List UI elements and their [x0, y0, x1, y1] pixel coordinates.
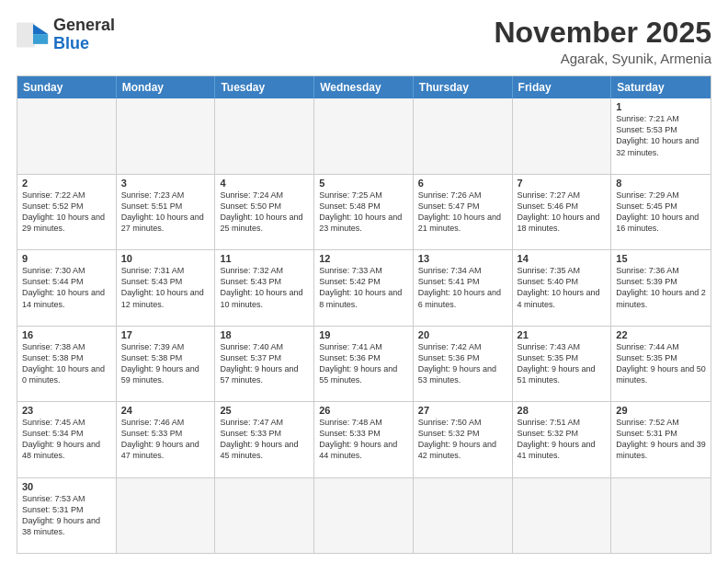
cell-info-14: Sunrise: 7:35 AM Sunset: 5:40 PM Dayligh… [518, 265, 607, 310]
calendar-body: 1Sunrise: 7:21 AM Sunset: 5:53 PM Daylig… [17, 98, 711, 553]
cell-w1-d4: 6Sunrise: 7:26 AM Sunset: 5:47 PM Daylig… [414, 175, 513, 249]
cell-w3-d4: 20Sunrise: 7:42 AM Sunset: 5:36 PM Dayli… [414, 327, 513, 401]
cell-w4-d2: 25Sunrise: 7:47 AM Sunset: 5:33 PM Dayli… [215, 402, 314, 477]
cell-w3-d1: 17Sunrise: 7:39 AM Sunset: 5:38 PM Dayli… [117, 327, 216, 401]
cell-info-27: Sunrise: 7:50 AM Sunset: 5:32 PM Dayligh… [418, 417, 507, 462]
cell-w4-d0: 23Sunrise: 7:45 AM Sunset: 5:34 PM Dayli… [17, 402, 117, 477]
cell-w0-d2 [215, 98, 314, 173]
day-number-4: 4 [220, 178, 309, 189]
cell-w5-d1 [117, 478, 216, 553]
cell-w1-d0: 2Sunrise: 7:22 AM Sunset: 5:52 PM Daylig… [17, 175, 117, 249]
svg-marker-1 [33, 24, 48, 34]
cell-info-10: Sunrise: 7:31 AM Sunset: 5:43 PM Dayligh… [121, 265, 210, 310]
day-number-3: 3 [121, 178, 210, 189]
cell-info-24: Sunrise: 7:46 AM Sunset: 5:33 PM Dayligh… [121, 417, 210, 462]
header-friday: Friday [513, 76, 612, 98]
cell-info-5: Sunrise: 7:25 AM Sunset: 5:48 PM Dayligh… [319, 190, 408, 235]
svg-rect-0 [17, 22, 35, 47]
day-number-13: 13 [418, 253, 507, 264]
cell-info-13: Sunrise: 7:34 AM Sunset: 5:41 PM Dayligh… [418, 265, 507, 310]
day-number-23: 23 [22, 405, 111, 416]
day-number-7: 7 [518, 178, 607, 189]
cell-w0-d6: 1Sunrise: 7:21 AM Sunset: 5:53 PM Daylig… [611, 98, 711, 173]
cell-w3-d0: 16Sunrise: 7:38 AM Sunset: 5:38 PM Dayli… [17, 327, 117, 401]
day-number-28: 28 [518, 405, 607, 416]
day-number-19: 19 [319, 329, 408, 340]
day-number-10: 10 [121, 253, 210, 264]
day-number-16: 16 [22, 329, 111, 340]
day-number-24: 24 [121, 405, 210, 416]
day-number-12: 12 [319, 253, 408, 264]
cell-w4-d4: 27Sunrise: 7:50 AM Sunset: 5:32 PM Dayli… [414, 402, 513, 477]
cell-info-3: Sunrise: 7:23 AM Sunset: 5:51 PM Dayligh… [121, 190, 210, 235]
day-number-17: 17 [121, 329, 210, 340]
header-monday: Monday [117, 76, 216, 98]
day-number-6: 6 [418, 178, 507, 189]
cell-w3-d5: 21Sunrise: 7:43 AM Sunset: 5:35 PM Dayli… [513, 327, 612, 401]
cell-w3-d3: 19Sunrise: 7:41 AM Sunset: 5:36 PM Dayli… [314, 327, 414, 401]
cell-info-18: Sunrise: 7:40 AM Sunset: 5:37 PM Dayligh… [220, 341, 309, 386]
cell-w0-d4 [414, 98, 513, 173]
header: GeneralBlue November 2025 Agarak, Syunik… [17, 17, 711, 66]
cell-w1-d5: 7Sunrise: 7:27 AM Sunset: 5:46 PM Daylig… [513, 175, 612, 249]
cell-w1-d3: 5Sunrise: 7:25 AM Sunset: 5:48 PM Daylig… [314, 175, 414, 249]
cell-info-4: Sunrise: 7:24 AM Sunset: 5:50 PM Dayligh… [220, 190, 309, 235]
day-number-26: 26 [319, 405, 408, 416]
cell-info-17: Sunrise: 7:39 AM Sunset: 5:38 PM Dayligh… [121, 341, 210, 386]
page: GeneralBlue November 2025 Agarak, Syunik… [0, 0, 728, 563]
cell-info-2: Sunrise: 7:22 AM Sunset: 5:52 PM Dayligh… [22, 190, 111, 235]
cell-w2-d5: 14Sunrise: 7:35 AM Sunset: 5:40 PM Dayli… [513, 250, 612, 325]
cell-info-1: Sunrise: 7:21 AM Sunset: 5:53 PM Dayligh… [616, 113, 706, 158]
cell-info-6: Sunrise: 7:26 AM Sunset: 5:47 PM Dayligh… [418, 190, 507, 235]
day-number-11: 11 [220, 253, 309, 264]
logo-text: GeneralBlue [53, 17, 115, 53]
cell-w2-d2: 11Sunrise: 7:32 AM Sunset: 5:43 PM Dayli… [215, 250, 314, 325]
cell-w2-d1: 10Sunrise: 7:31 AM Sunset: 5:43 PM Dayli… [117, 250, 216, 325]
logo: GeneralBlue [17, 17, 115, 53]
cell-info-9: Sunrise: 7:30 AM Sunset: 5:44 PM Dayligh… [22, 265, 111, 310]
month-year: November 2025 [494, 17, 711, 49]
cell-w4-d1: 24Sunrise: 7:46 AM Sunset: 5:33 PM Dayli… [117, 402, 216, 477]
cell-info-11: Sunrise: 7:32 AM Sunset: 5:43 PM Dayligh… [220, 265, 309, 310]
day-number-18: 18 [220, 329, 309, 340]
day-number-14: 14 [518, 253, 607, 264]
day-number-15: 15 [616, 253, 706, 264]
svg-marker-2 [33, 34, 48, 44]
cell-info-15: Sunrise: 7:36 AM Sunset: 5:39 PM Dayligh… [616, 265, 706, 310]
cell-w4-d3: 26Sunrise: 7:48 AM Sunset: 5:33 PM Dayli… [314, 402, 414, 477]
cell-w5-d6 [611, 478, 711, 553]
day-number-20: 20 [418, 329, 507, 340]
cell-info-8: Sunrise: 7:29 AM Sunset: 5:45 PM Dayligh… [616, 190, 706, 235]
cell-w0-d5 [513, 98, 612, 173]
cell-info-22: Sunrise: 7:44 AM Sunset: 5:35 PM Dayligh… [616, 341, 706, 386]
cell-info-16: Sunrise: 7:38 AM Sunset: 5:38 PM Dayligh… [22, 341, 111, 386]
cell-w1-d1: 3Sunrise: 7:23 AM Sunset: 5:51 PM Daylig… [117, 175, 216, 249]
header-thursday: Thursday [414, 76, 513, 98]
week-row-2: 9Sunrise: 7:30 AM Sunset: 5:44 PM Daylig… [17, 249, 711, 325]
cell-info-12: Sunrise: 7:33 AM Sunset: 5:42 PM Dayligh… [319, 265, 408, 310]
day-number-2: 2 [22, 178, 111, 189]
day-number-30: 30 [22, 481, 111, 492]
cell-w3-d6: 22Sunrise: 7:44 AM Sunset: 5:35 PM Dayli… [611, 327, 711, 401]
cell-w0-d3 [314, 98, 414, 173]
cell-w4-d6: 29Sunrise: 7:52 AM Sunset: 5:31 PM Dayli… [611, 402, 711, 477]
logo-icon [17, 22, 50, 48]
week-row-1: 2Sunrise: 7:22 AM Sunset: 5:52 PM Daylig… [17, 174, 711, 249]
cell-w3-d2: 18Sunrise: 7:40 AM Sunset: 5:37 PM Dayli… [215, 327, 314, 401]
day-number-29: 29 [616, 405, 706, 416]
header-tuesday: Tuesday [215, 76, 314, 98]
calendar-header: Sunday Monday Tuesday Wednesday Thursday… [17, 76, 711, 98]
cell-w5-d5 [513, 478, 612, 553]
cell-info-7: Sunrise: 7:27 AM Sunset: 5:46 PM Dayligh… [518, 190, 607, 235]
cell-w1-d6: 8Sunrise: 7:29 AM Sunset: 5:45 PM Daylig… [611, 175, 711, 249]
cell-info-28: Sunrise: 7:51 AM Sunset: 5:32 PM Dayligh… [518, 417, 607, 462]
week-row-5: 30Sunrise: 7:53 AM Sunset: 5:31 PM Dayli… [17, 477, 711, 553]
cell-w0-d0 [17, 98, 117, 173]
cell-info-25: Sunrise: 7:47 AM Sunset: 5:33 PM Dayligh… [220, 417, 309, 462]
day-number-8: 8 [616, 178, 706, 189]
cell-info-20: Sunrise: 7:42 AM Sunset: 5:36 PM Dayligh… [418, 341, 507, 386]
cell-w5-d4 [414, 478, 513, 553]
cell-w5-d2 [215, 478, 314, 553]
title-block: November 2025 Agarak, Syunik, Armenia [494, 17, 711, 66]
cell-w2-d0: 9Sunrise: 7:30 AM Sunset: 5:44 PM Daylig… [17, 250, 117, 325]
